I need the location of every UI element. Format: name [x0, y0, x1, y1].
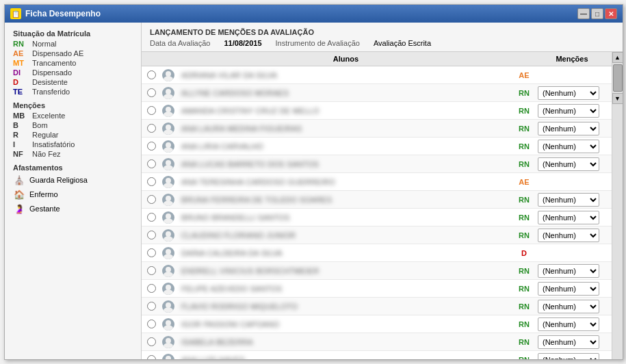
row-radio[interactable]	[147, 231, 162, 239]
student-name: ANA LIRIA CARVALHO	[181, 142, 510, 151]
radio-input[interactable]	[147, 231, 156, 239]
student-avatar	[162, 211, 181, 224]
mencoes-select[interactable]: (Nenhum)MBBRINF	[538, 157, 599, 171]
radio-input[interactable]	[147, 106, 156, 115]
student-mencoes[interactable]: (Nenhum)MBBRINF	[538, 193, 606, 207]
legend-desc: Dispensado AE	[32, 49, 83, 57]
student-situation: RN	[510, 338, 538, 346]
student-mencoes[interactable]: (Nenhum)MBBRINF	[538, 264, 606, 278]
radio-input[interactable]	[147, 266, 156, 275]
scroll-down-button[interactable]: ▼	[612, 93, 623, 104]
scrollbar[interactable]: ▲ ▼	[612, 52, 623, 359]
radio-input[interactable]	[147, 337, 156, 346]
legend-code: AE	[13, 49, 28, 57]
row-radio[interactable]	[147, 284, 162, 293]
mencoes-select[interactable]: (Nenhum)MBBRINF	[538, 300, 599, 313]
row-radio[interactable]	[147, 195, 162, 204]
mencoes-select[interactable]: (Nenhum)MBBRINF	[538, 353, 599, 360]
row-radio[interactable]	[147, 70, 162, 79]
radio-input[interactable]	[147, 88, 156, 97]
student-mencoes[interactable]: (Nenhum)MBBRINF	[538, 211, 606, 224]
mencoes-select[interactable]: (Nenhum)MBBRINF	[538, 317, 599, 331]
students-area: Alunos Menções ADRIANA VILAR DA SILVA AE	[142, 52, 612, 359]
student-mencoes[interactable]: (Nenhum)MBBRINF	[538, 140, 606, 153]
student-mencoes[interactable]: (Nenhum)MBBRINF	[538, 335, 606, 349]
mencoes-select[interactable]: (Nenhum)MBBRINF	[538, 193, 599, 207]
student-mencoes[interactable]: (Nenhum)MBBRINF	[538, 282, 606, 296]
row-radio[interactable]	[147, 248, 162, 257]
row-radio[interactable]	[147, 337, 162, 346]
radio-input[interactable]	[147, 159, 156, 168]
mencoes-select[interactable]: (Nenhum)MBBRINF	[538, 104, 599, 118]
row-radio[interactable]	[147, 213, 162, 222]
row-radio[interactable]	[147, 106, 162, 115]
row-radio[interactable]	[147, 266, 162, 275]
radio-input[interactable]	[147, 195, 156, 204]
radio-input[interactable]	[147, 355, 156, 359]
scroll-up-button[interactable]: ▲	[612, 52, 623, 63]
table-row: ANA LUCAS BARRETO DOS SANTOS RN (Nenhum)…	[142, 155, 612, 173]
student-avatar	[162, 176, 181, 188]
radio-input[interactable]	[147, 70, 156, 79]
legend-code: R	[13, 131, 28, 139]
mencoes-select[interactable]: (Nenhum)MBBRINF	[538, 282, 599, 296]
radio-input[interactable]	[147, 124, 156, 133]
radio-input[interactable]	[147, 284, 156, 293]
legend-item-d: DDesistente	[13, 78, 133, 86]
close-button[interactable]: ✕	[605, 8, 617, 19]
student-avatar	[162, 247, 181, 259]
student-mencoes[interactable]: (Nenhum)MBBRINF	[538, 122, 606, 135]
mencoes-select[interactable]: (Nenhum)MBBRINF	[538, 335, 599, 349]
row-radio[interactable]	[147, 177, 162, 186]
mencoes-select[interactable]: (Nenhum)MBBRINF	[538, 122, 599, 135]
afastamento-item: 🤰Gestante	[13, 203, 133, 215]
student-mencoes[interactable]: (Nenhum)MBBRINF	[538, 300, 606, 313]
student-situation: RN	[510, 302, 538, 311]
radio-input[interactable]	[147, 213, 156, 222]
mencoes-select[interactable]: (Nenhum)MBBRINF	[538, 211, 599, 224]
mencoes-select[interactable]: (Nenhum)MBBRINF	[538, 86, 599, 100]
restore-button[interactable]: □	[591, 8, 603, 19]
radio-input[interactable]	[147, 248, 156, 257]
afastamento-desc: Guarda Religiosa	[29, 176, 88, 184]
row-radio[interactable]	[147, 320, 162, 328]
table-area: Alunos Menções ADRIANA VILAR DA SILVA AE	[142, 52, 623, 359]
student-avatar	[162, 158, 181, 170]
row-radio[interactable]	[147, 88, 162, 97]
legend-desc: Insatisfatório	[32, 140, 75, 148]
row-radio[interactable]	[147, 159, 162, 168]
legend-code: B	[13, 121, 28, 129]
student-mencoes[interactable]: (Nenhum)MBBRINF	[538, 157, 606, 171]
minimize-button[interactable]: —	[577, 8, 590, 19]
legend-item-mb: MBExcelente	[13, 112, 133, 120]
mencoes-select[interactable]: (Nenhum)MBBRINF	[538, 264, 599, 278]
student-mencoes[interactable]: (Nenhum)MBBRINF	[538, 353, 606, 360]
mencoes-select[interactable]: (Nenhum)MBBRINF	[538, 229, 599, 242]
student-situation: RN	[510, 107, 538, 115]
student-situation: D	[510, 249, 538, 257]
mencoes-section-title: Menções	[13, 101, 133, 109]
legend-code: I	[13, 140, 28, 148]
student-mencoes[interactable]: (Nenhum)MBBRINF	[538, 86, 606, 100]
mencoes-select[interactable]: (Nenhum)MBBRINF	[538, 140, 599, 153]
radio-input[interactable]	[147, 177, 156, 186]
avatar-image	[162, 176, 174, 188]
legend-panel: Situação da Matrícula RNNormalAEDispensa…	[5, 23, 142, 359]
radio-input[interactable]	[147, 142, 156, 151]
avatar-image	[162, 318, 174, 330]
radio-input[interactable]	[147, 320, 156, 328]
legend-item-i: IInsatisfatório	[13, 140, 133, 148]
radio-input[interactable]	[147, 302, 156, 311]
row-radio[interactable]	[147, 302, 162, 311]
avatar-image	[162, 122, 174, 135]
afastamento-item: ⛪Guarda Religiosa	[13, 174, 133, 186]
row-radio[interactable]	[147, 124, 162, 133]
row-radio[interactable]	[147, 142, 162, 151]
student-mencoes[interactable]: (Nenhum)MBBRINF	[538, 104, 606, 118]
student-name: BRUNO BRANDELLI SANTOS	[181, 213, 510, 222]
student-mencoes[interactable]: (Nenhum)MBBRINF	[538, 229, 606, 242]
row-radio[interactable]	[147, 355, 162, 359]
student-mencoes[interactable]: (Nenhum)MBBRINF	[538, 317, 606, 331]
legend-item-mt: MTTrancamento	[13, 59, 133, 67]
scroll-thumb[interactable]	[613, 64, 623, 92]
